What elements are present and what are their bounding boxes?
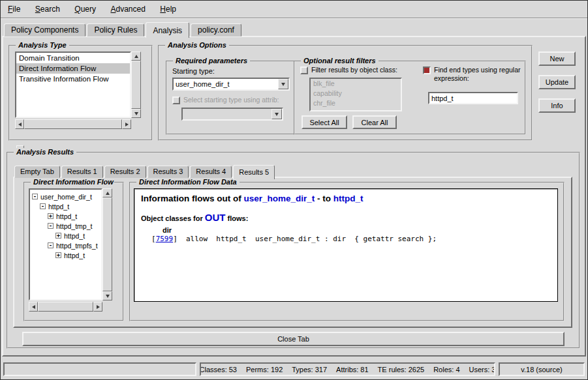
close-tab-button[interactable]: Close Tab (22, 332, 565, 346)
tree-toggle-icon[interactable]: + (48, 213, 54, 219)
tab-policy-rules[interactable]: Policy Rules (87, 23, 144, 37)
list-item-selected[interactable]: Direct Information Flow (16, 63, 130, 74)
info-button[interactable]: Info (538, 98, 576, 113)
tree-node-label[interactable]: httpd_tmpfs_t (56, 242, 98, 250)
menu-file[interactable]: File (2, 3, 26, 16)
tree-toggle-icon[interactable]: + (55, 233, 61, 239)
arrow-left-icon (32, 305, 35, 309)
rule-bracket: [ (151, 235, 156, 243)
scrollbar-trough (24, 119, 122, 129)
tree-node-label[interactable]: httpd_t (48, 203, 69, 211)
tree-toggle-icon[interactable]: - (48, 242, 54, 248)
analysis-type-vscrollbar[interactable] (131, 51, 141, 118)
tree-row[interactable]: +httpd_t (55, 250, 101, 260)
apol-window: File Search Query Advanced Help Policy C… (0, 0, 588, 380)
scroll-left-button[interactable] (15, 119, 24, 129)
tree-row[interactable]: -httpd_tmp_t (48, 221, 101, 231)
analysis-tab-body: Analysis Type Domain Transition Direct I… (2, 36, 586, 357)
menu-query[interactable]: Query (69, 3, 102, 16)
scroll-down-button[interactable] (131, 109, 141, 118)
tree-toggle-icon[interactable]: - (40, 203, 46, 209)
scroll-left-button[interactable] (29, 302, 38, 312)
tree-hscrollbar[interactable] (29, 302, 102, 312)
tab-results-1[interactable]: Results 1 (61, 166, 103, 178)
chevron-down-icon (275, 113, 279, 116)
stat-users: Users: 3 (469, 366, 495, 373)
tree-toggle-icon[interactable]: - (48, 223, 54, 229)
tree-row[interactable]: +httpd_t (55, 231, 101, 241)
scroll-right-button[interactable] (122, 119, 131, 129)
scrollbar-thumb[interactable] (38, 302, 93, 312)
select-all-button[interactable]: Select All (302, 115, 347, 129)
tree-node-label[interactable]: httpd_t (64, 252, 85, 259)
tab-policy-components[interactable]: Policy Components (4, 23, 85, 37)
scroll-up-button[interactable] (131, 51, 141, 61)
tree-row[interactable]: -httpd_tmpfs_t (48, 241, 101, 250)
attrib-checkbox[interactable]: Select starting type using attrib: (172, 96, 291, 104)
tree-row[interactable]: -user_home_dir_t (32, 192, 101, 201)
tree-node-label[interactable]: httpd_t (56, 212, 77, 220)
classes-prefix: Object classes for (141, 214, 205, 222)
analysis-type-hscrollbar[interactable] (15, 119, 131, 129)
scroll-up-button[interactable] (102, 188, 112, 197)
tab-results-5[interactable]: Results 5 (233, 165, 275, 179)
object-class-checkbox[interactable]: Filter results by object class: (300, 66, 415, 74)
statusbar-stats-cell: Classes: 53 Perms: 192 Types: 317 Attrib… (200, 362, 495, 376)
tree-node-label[interactable]: user_home_dir_t (40, 193, 92, 201)
clear-all-button[interactable]: Clear All (352, 115, 397, 129)
tree-toggle-icon[interactable]: + (55, 252, 61, 258)
checkbox-indicator (300, 66, 308, 74)
tab-results-3[interactable]: Results 3 (147, 166, 189, 178)
list-item[interactable]: Transitive Information Flow (16, 74, 130, 84)
scroll-right-button[interactable] (93, 302, 102, 312)
tree-toggle-icon[interactable]: - (32, 194, 38, 199)
flow-direction: OUT (205, 212, 226, 223)
scrollbar-thumb[interactable] (131, 61, 141, 109)
checkbox-indicator (172, 96, 180, 104)
scroll-down-button[interactable] (102, 291, 112, 300)
scrollbar-thumb[interactable] (102, 197, 112, 291)
menu-help[interactable]: Help (154, 3, 182, 16)
statusbar-left-cell (3, 362, 196, 376)
tab-results-4[interactable]: Results 4 (190, 166, 232, 178)
tree-row[interactable]: +httpd_t (48, 211, 101, 221)
required-parameters-title: Required parameters (173, 57, 250, 65)
regex-entry[interactable] (428, 92, 518, 104)
flow-data-text[interactable]: Information flows out of user_home_dir_t… (134, 188, 558, 302)
update-button[interactable]: Update (538, 75, 576, 89)
starting-type-entry[interactable] (174, 79, 278, 89)
regex-checkbox[interactable]: Find end types using regular expression: (423, 66, 522, 83)
tab-policy-conf[interactable]: policy.conf (191, 23, 241, 37)
required-parameters-group: Required parameters Starting type: Selec… (166, 61, 295, 135)
starting-type-input[interactable] (174, 80, 278, 88)
starting-type-label: Starting type: (172, 67, 215, 75)
tab-analysis[interactable]: Analysis (146, 22, 189, 38)
chevron-down-icon (281, 83, 285, 86)
scrollbar-thumb[interactable] (24, 119, 122, 129)
flow-heading: Information flows out of user_home_dir_t… (141, 194, 551, 203)
rule-number-link[interactable]: 7599 (156, 235, 174, 243)
dropdown-button[interactable] (278, 79, 288, 89)
arrow-left-icon (18, 123, 22, 126)
menu-search[interactable]: Search (29, 3, 66, 16)
main-tab-bar: Policy Components Policy Rules Analysis … (4, 21, 243, 37)
tab-results-2[interactable]: Results 2 (104, 166, 146, 178)
new-button[interactable]: New (538, 51, 576, 66)
list-item: capability (311, 89, 401, 98)
tree-row[interactable]: -httpd_t (40, 201, 101, 211)
tree-node-label[interactable]: httpd_t (64, 232, 85, 240)
results-tab-bar: Empty Tab Results 1 Results 2 Results 3 … (14, 162, 276, 178)
attrib-entry (183, 109, 271, 119)
scrollbar-trough (38, 302, 93, 312)
tab-empty[interactable]: Empty Tab (14, 166, 60, 178)
list-item[interactable]: Domain Transition (16, 53, 130, 63)
menu-advanced[interactable]: Advanced (104, 3, 151, 16)
regex-input[interactable] (429, 95, 517, 102)
flow-data-group: Direct Information Flow Data Information… (129, 182, 565, 321)
object-classes-line: Object classes for OUT flows: (141, 212, 551, 223)
stat-perms: Perms: 192 (246, 366, 283, 373)
tree-vscrollbar[interactable] (102, 188, 112, 300)
tree-node-label[interactable]: httpd_tmp_t (56, 222, 92, 230)
starting-type-combobox[interactable] (172, 78, 290, 91)
regex-checkbox-label: Find end types using regular expression: (434, 66, 522, 83)
